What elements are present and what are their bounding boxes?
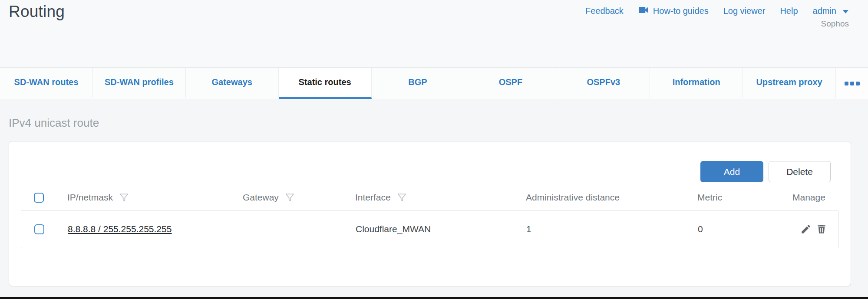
admin-menu[interactable]: admin [813, 6, 849, 16]
tab-sdwan-routes[interactable]: SD-WAN routes [0, 68, 93, 99]
filter-icon[interactable] [396, 192, 408, 204]
tab-information[interactable]: Information [650, 68, 743, 99]
tab-bgp[interactable]: BGP [372, 68, 465, 99]
tab-static-routes[interactable]: Static routes [279, 68, 372, 99]
column-header-admin-distance: Administrative distance [526, 192, 697, 203]
brand-label: Sophos [821, 19, 849, 29]
edit-pencil-icon[interactable] [800, 223, 812, 235]
select-all-checkbox[interactable] [34, 193, 44, 203]
tab-ospf[interactable]: OSPF [464, 68, 557, 99]
column-header-interface: Interface [355, 192, 526, 204]
howto-guides-link[interactable]: How-to guides [638, 5, 709, 17]
delete-trash-icon[interactable] [816, 223, 827, 235]
column-label: IP/netmask [67, 192, 113, 203]
manage-cell [772, 223, 838, 235]
tabs-overflow-button[interactable] [836, 68, 868, 99]
tab-label: Information [673, 77, 720, 87]
page-title: Routing [9, 3, 65, 21]
tab-label: SD-WAN routes [14, 77, 79, 87]
help-label: Help [780, 6, 798, 16]
tab-label: BGP [408, 77, 427, 87]
tab-bar: SD-WAN routes SD-WAN profiles Gateways S… [0, 67, 868, 99]
tab-upstream-proxy[interactable]: Upstream proxy [743, 68, 836, 99]
column-label: Interface [355, 192, 391, 203]
column-label: Administrative distance [526, 192, 620, 203]
column-header-manage: Manage [772, 192, 838, 203]
ipv4-unicast-route-panel: Add Delete IP/netmask Gateway [9, 141, 851, 286]
column-label: Metric [697, 192, 722, 203]
tab-label: Upstream proxy [756, 77, 822, 87]
admin-label: admin [813, 6, 836, 16]
column-header-gateway: Gateway [243, 192, 355, 204]
tab-label: Static routes [299, 77, 351, 87]
help-link[interactable]: Help [780, 6, 798, 16]
table-header: IP/netmask Gateway Interface [21, 190, 838, 205]
column-label: Gateway [243, 192, 279, 203]
tab-gateways[interactable]: Gateways [186, 68, 279, 99]
ellipsis-icon [845, 82, 848, 85]
log-viewer-label: Log viewer [723, 6, 766, 16]
tab-ospfv3[interactable]: OSPFv3 [557, 68, 650, 99]
column-header-ip-netmask: IP/netmask [67, 192, 243, 204]
toolbar: Add Delete [700, 161, 831, 182]
column-header-metric: Metric [697, 192, 772, 203]
section-title: IPv4 unicast route [9, 116, 99, 130]
ellipsis-icon [856, 82, 860, 85]
delete-button[interactable]: Delete [769, 161, 831, 182]
tab-label: OSPF [499, 77, 522, 87]
row-checkbox[interactable] [34, 224, 44, 234]
metric-cell: 0 [698, 224, 772, 234]
tab-label: OSPFv3 [587, 77, 620, 87]
admin-distance-cell: 1 [526, 224, 698, 234]
ip-netmask-link[interactable]: 8.8.8.8 / 255.255.255.255 [68, 224, 172, 234]
content-area: IPv4 unicast route Add Delete IP/netmask… [0, 99, 868, 299]
tab-sdwan-profiles[interactable]: SD-WAN profiles [93, 68, 186, 99]
ellipsis-icon [850, 82, 854, 85]
interface-cell: Cloudflare_MWAN [356, 224, 526, 234]
table-row: 8.8.8.8 / 255.255.255.255 Cloudflare_MWA… [21, 210, 838, 248]
howto-guides-label: How-to guides [653, 6, 709, 16]
window-bottom-edge [0, 297, 868, 299]
routing-page: Routing Feedback How-to guides Log viewe… [0, 0, 868, 299]
log-viewer-link[interactable]: Log viewer [723, 6, 766, 16]
column-label: Manage [792, 192, 825, 203]
filter-icon[interactable] [118, 192, 130, 204]
tab-label: Gateways [212, 77, 252, 87]
top-nav: Feedback How-to guides Log viewer Help a… [585, 5, 849, 17]
video-camera-icon [638, 5, 650, 17]
feedback-label: Feedback [585, 6, 624, 16]
chevron-down-icon [842, 6, 849, 16]
feedback-link[interactable]: Feedback [585, 6, 624, 16]
add-button[interactable]: Add [700, 161, 763, 182]
tab-label: SD-WAN profiles [105, 77, 174, 87]
filter-icon[interactable] [284, 192, 296, 204]
